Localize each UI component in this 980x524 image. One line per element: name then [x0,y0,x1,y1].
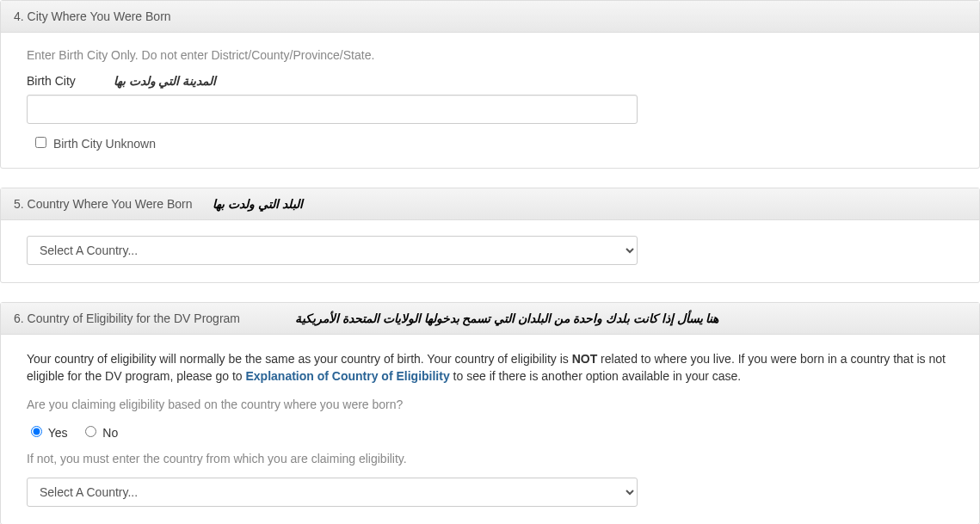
eligibility-arabic: هنا يسأل إذا كانت بلدك واحدة من البلدان … [295,311,719,325]
eligibility-country-select[interactable]: Select A Country... [27,478,638,507]
section-header: 6. Country of Eligibility for the DV Pro… [1,303,979,335]
birth-city-input[interactable] [27,95,638,124]
eligibility-question: Are you claiming eligibility based on th… [27,398,953,411]
para-bold: NOT [572,352,598,366]
eligibility-explanation-link[interactable]: Explanation of Country of Eligibility [245,369,449,383]
section-eligibility: 6. Country of Eligibility for the DV Pro… [0,302,980,524]
hint-text: Enter Birth City Only. Do not enter Dist… [27,48,953,62]
section-body: Enter Birth City Only. Do not enter Dist… [1,33,979,168]
section-title: 5. Country Where You Were Born [14,197,193,211]
birth-country-arabic: البلد التي ولدت بها [213,197,303,211]
birth-city-label: Birth City [27,74,76,88]
section-birth-city: 4. City Where You Were Born Enter Birth … [0,0,980,169]
eligibility-paragraph: Your country of eligibility will normall… [27,350,953,385]
radio-yes[interactable] [31,426,42,437]
checkbox-label: Birth City Unknown [53,137,156,151]
ifnot-text: If not, you must enter the country from … [27,452,953,465]
section-birth-country: 5. Country Where You Were Born البلد الت… [0,188,980,283]
checkbox-row: Birth City Unknown [32,134,953,151]
birth-country-select[interactable]: Select A Country... [27,236,638,265]
radio-row: Yes No [27,423,953,440]
radio-no-label[interactable]: No [81,426,118,440]
label-row: Birth City المدينة التي ولدت بها [27,74,953,88]
opt-no: No [102,426,118,440]
section-header: 4. City Where You Were Born [1,1,979,33]
section-title: 4. City Where You Were Born [14,9,171,23]
birth-city-arabic: المدينة التي ولدت بها [114,74,217,88]
section-body: Your country of eligibility will normall… [1,335,979,524]
section-header: 5. Country Where You Were Born البلد الت… [1,188,979,220]
section-title: 6. Country of Eligibility for the DV Pro… [14,311,240,325]
section-body: Select A Country... [1,220,979,282]
opt-yes: Yes [48,426,68,440]
radio-no[interactable] [85,426,96,437]
para-before: Your country of eligibility will normall… [27,352,572,366]
radio-yes-label[interactable]: Yes [27,426,67,440]
birth-city-unknown-checkbox[interactable] [35,137,46,148]
para-after: to see if there is another option availa… [450,369,742,383]
